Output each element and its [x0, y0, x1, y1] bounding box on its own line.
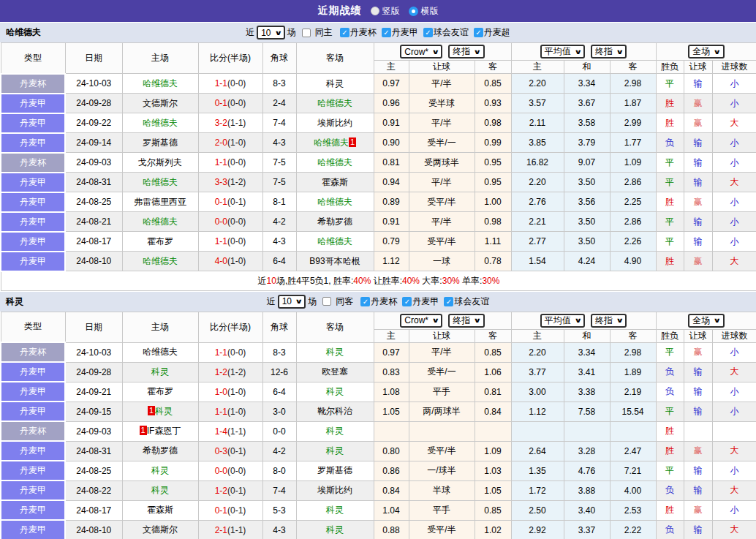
sub-odds-home: 主 — [374, 329, 409, 342]
odds-home-cell: 0.79 — [374, 232, 409, 252]
odds-away-cell: 0.99 — [475, 133, 511, 153]
corner-cell: 7-4 — [262, 113, 296, 133]
score-cell: 0-0(0-0) — [198, 461, 262, 480]
col-score: 比分(半场) — [198, 312, 262, 342]
odds-handicap-cell: 半球 — [409, 480, 475, 500]
select-value: Crow* — [404, 315, 428, 325]
full-score: 1-1 — [215, 347, 227, 358]
team-name-text: 霍布罗 — [147, 236, 173, 246]
select-value: 全场 — [692, 314, 710, 327]
same-venue-checkbox[interactable] — [302, 29, 311, 37]
half-score: (1-2) — [227, 177, 246, 187]
layout-radio-horizontal[interactable]: 横版 — [409, 5, 439, 18]
scope-group-header: 全场∨ — [656, 43, 756, 61]
avg-home-cell: 1.72 — [511, 480, 564, 500]
filter-bar: 近 10∨ 场 同主 ✓丹麦杯✓丹麦甲✓球会友谊✓丹麦超 — [246, 26, 510, 39]
team-name-text: B93哥本哈根 — [309, 256, 360, 266]
handicap-result-cell: 输 — [684, 382, 712, 402]
date-cell: 24-08-10 — [65, 252, 122, 271]
odds-final-select[interactable]: 终指∨ — [448, 314, 484, 328]
radio-checked-icon[interactable] — [409, 7, 418, 16]
avg-home-cell: 2.20 — [511, 173, 564, 192]
team-name-text: 科灵 — [151, 485, 169, 495]
date-cell: 24-08-31 — [65, 441, 122, 461]
corner-cell: 8-0 — [262, 461, 296, 480]
avg-home-cell: 2.64 — [511, 441, 564, 461]
home-team-cell: 文德斯尔 — [122, 520, 198, 539]
team-name-text: 霍布罗 — [147, 386, 173, 396]
handicap-result-cell — [684, 421, 712, 441]
goals-result-cell: 大 — [712, 173, 756, 192]
avg-draw-cell: 4.76 — [564, 461, 610, 480]
match-row: 丹麦甲24-09-151科灵1-1(1-0)3-0靴尔科治1.05两/两球半0.… — [1, 402, 756, 421]
winlose-cell: 平 — [656, 402, 684, 421]
chevron-down-icon: ∨ — [274, 29, 282, 37]
league-checkbox[interactable]: ✓ — [382, 28, 391, 37]
odds-handicap-cell: 一球 — [409, 252, 475, 271]
odds-handicap-cell: 平/半 — [409, 342, 475, 362]
date-cell: 24-10-03 — [65, 74, 122, 94]
score-cell: 0-1(0-0) — [198, 94, 262, 113]
avg-away-cell: 1.09 — [610, 153, 656, 173]
radio-unchecked-icon[interactable] — [371, 7, 379, 15]
same-venue-checkbox[interactable] — [322, 297, 331, 306]
avg-final-select[interactable]: 终指∨ — [591, 314, 627, 328]
match-count-select[interactable]: 10∨ — [257, 26, 285, 39]
match-row: 丹麦甲24-09-21霍布罗1-0(1-0)6-4科灵1.08平手0.813.0… — [1, 382, 756, 402]
sub-avg-draw: 和 — [564, 61, 610, 74]
sub-res-winlose: 胜负 — [656, 61, 684, 74]
sub-res-handicap: 让球 — [684, 61, 712, 74]
match-count-select[interactable]: 10∨ — [278, 295, 306, 309]
layout-radio-vertical[interactable]: 竖版 — [371, 5, 400, 18]
odds-handicap-cell: 平/半 — [409, 212, 475, 232]
select-value: 终指 — [453, 45, 470, 58]
odds-handicap-cell: 受半球 — [409, 94, 475, 113]
chevron-down-icon: ∨ — [295, 298, 303, 305]
league-checkbox[interactable]: ✓ — [444, 297, 453, 306]
handicap-result-cell: 赢 — [684, 441, 712, 461]
scope-select[interactable]: 全场∨ — [688, 314, 724, 328]
avg-final-select[interactable]: 终指∨ — [591, 45, 627, 59]
full-score: 1-1 — [215, 407, 227, 417]
odds-away-cell — [475, 421, 511, 441]
avg-home-cell: 2.50 — [511, 500, 564, 520]
odds-group-header: Crow*∨终指∨ — [374, 312, 511, 329]
corner-cell: 4-2 — [262, 212, 296, 232]
home-team-cell: 1IF森恩丁 — [122, 421, 198, 441]
odds-final-select[interactable]: 终指∨ — [448, 45, 484, 59]
avg-value-select[interactable]: 平均值∨ — [540, 314, 585, 328]
summary-text: 近10场,胜4平5负1, 胜率:40% 让胜率:40% 大率:30% 单率:30… — [1, 271, 756, 291]
match-row: 丹麦甲24-09-22哈维德夫3-2(1-1)7-4埃斯比约0.91平/半0.9… — [1, 113, 756, 133]
league-checkbox[interactable]: ✓ — [423, 28, 433, 37]
odds-company-select[interactable]: Crow*∨ — [400, 314, 442, 328]
half-score: (1-0) — [227, 407, 246, 417]
home-team-cell: 弗雷德里西亚 — [122, 192, 198, 212]
score-cell: 1-4(1-1) — [198, 421, 262, 441]
avg-draw-cell: 3.58 — [564, 113, 610, 133]
avg-group-header: 平均值∨终指∨ — [511, 43, 656, 61]
score-cell: 1-1(1-0) — [198, 402, 262, 421]
score-cell: 0-1(0-1) — [198, 500, 262, 520]
full-score: 1-0 — [215, 387, 227, 397]
odds-home-cell: 0.97 — [374, 342, 409, 362]
scope-select[interactable]: 全场∨ — [688, 45, 724, 59]
avg-draw-cell: 3.50 — [564, 232, 610, 252]
odds-company-select[interactable]: Crow*∨ — [400, 45, 442, 59]
avg-value-select[interactable]: 平均值∨ — [540, 45, 585, 59]
league-checkbox[interactable]: ✓ — [360, 297, 370, 306]
home-team-name: 哈维德夫 — [6, 26, 41, 39]
avg-draw-cell: 3.67 — [564, 94, 610, 113]
league-checkbox[interactable]: ✓ — [474, 28, 483, 37]
avg-draw-cell: 3.34 — [564, 74, 610, 94]
league-cell: 丹麦甲 — [1, 461, 65, 480]
summary-stat-label: 单率: — [460, 276, 483, 286]
match-row: 丹麦甲24-08-31哈维德夫3-3(1-2)7-5霍森斯0.94平/半0.95… — [1, 173, 756, 192]
odds-away-cell: 1.09 — [475, 441, 511, 461]
team-name-text: 文德斯尔 — [143, 98, 178, 108]
avg-away-cell: 2.47 — [610, 441, 656, 461]
half-score: (0-0) — [227, 216, 246, 227]
league-checkbox[interactable]: ✓ — [402, 297, 412, 306]
league-checkbox[interactable]: ✓ — [340, 28, 349, 37]
away-team-cell: 科灵 — [296, 342, 374, 362]
date-cell: 24-08-21 — [65, 212, 122, 232]
